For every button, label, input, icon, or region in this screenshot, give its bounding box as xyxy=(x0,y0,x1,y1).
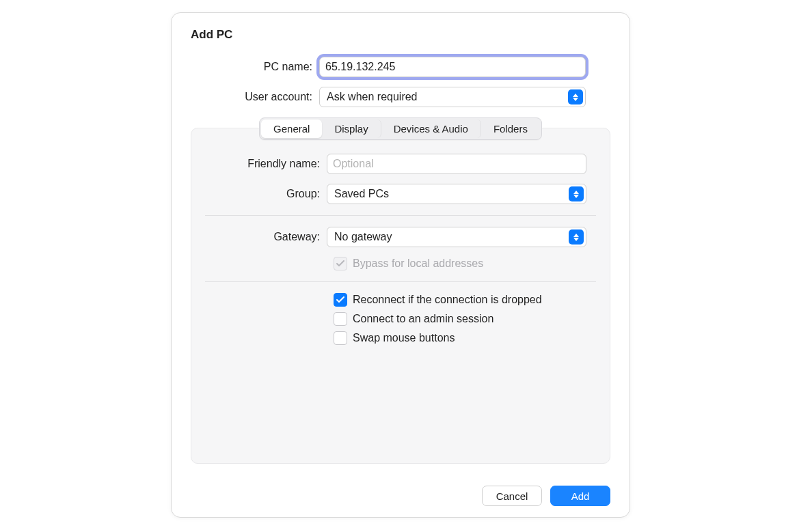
swap-mouse-checkbox-row: Swap mouse buttons xyxy=(334,331,596,345)
bypass-checkbox xyxy=(334,257,347,270)
gateway-label: Gateway: xyxy=(205,231,327,243)
add-button[interactable]: Add xyxy=(550,486,610,506)
tab-devices-audio[interactable]: Devices & Audio xyxy=(381,120,481,138)
friendly-name-input[interactable] xyxy=(327,154,586,174)
group-row: Group: Saved PCs xyxy=(205,184,596,204)
reconnect-label: Reconnect if the connection is dropped xyxy=(353,294,542,306)
pc-name-label: PC name: xyxy=(191,61,319,73)
updown-stepper-icon[interactable] xyxy=(568,89,583,104)
dialog-title: Add PC xyxy=(191,28,610,42)
swap-mouse-checkbox[interactable] xyxy=(334,331,347,345)
tab-general[interactable]: General xyxy=(261,120,322,138)
friendly-name-label: Friendly name: xyxy=(205,158,327,170)
divider xyxy=(205,281,596,282)
group-select[interactable]: Saved PCs xyxy=(327,184,586,204)
bypass-checkbox-row: Bypass for local addresses xyxy=(334,257,596,270)
reconnect-checkbox-row: Reconnect if the connection is dropped xyxy=(334,293,596,307)
reconnect-checkbox[interactable] xyxy=(334,293,347,307)
tabs: General Display Devices & Audio Folders xyxy=(191,117,610,140)
user-account-row: User account: Ask when required xyxy=(191,87,610,107)
divider xyxy=(205,215,596,216)
admin-session-checkbox-row: Connect to an admin session xyxy=(334,312,596,326)
updown-stepper-icon[interactable] xyxy=(569,229,584,245)
gateway-select[interactable]: No gateway xyxy=(327,227,586,247)
swap-mouse-label: Swap mouse buttons xyxy=(353,332,455,344)
updown-stepper-icon[interactable] xyxy=(569,186,584,201)
user-account-value: Ask when required xyxy=(327,91,418,103)
tab-folders[interactable]: Folders xyxy=(481,120,540,138)
checkmark-icon xyxy=(336,260,344,267)
admin-session-label: Connect to an admin session xyxy=(353,313,493,325)
user-account-label: User account: xyxy=(191,91,319,103)
user-account-select[interactable]: Ask when required xyxy=(319,87,586,107)
checkmark-icon xyxy=(336,296,344,303)
pc-name-input[interactable] xyxy=(319,57,586,77)
cancel-button[interactable]: Cancel xyxy=(482,486,542,506)
pc-name-row: PC name: xyxy=(191,57,610,77)
admin-session-checkbox[interactable] xyxy=(334,312,347,326)
group-value: Saved PCs xyxy=(334,188,389,200)
friendly-name-row: Friendly name: xyxy=(205,154,596,174)
dialog-footer: Cancel Add xyxy=(482,486,610,506)
add-pc-dialog: Add PC PC name: User account: Ask when r… xyxy=(171,12,630,518)
settings-panel: General Display Devices & Audio Folders … xyxy=(191,128,610,464)
tab-display[interactable]: Display xyxy=(322,120,381,138)
gateway-row: Gateway: No gateway xyxy=(205,227,596,247)
bypass-label: Bypass for local addresses xyxy=(353,257,483,270)
gateway-value: No gateway xyxy=(334,231,392,243)
group-label: Group: xyxy=(205,188,327,200)
